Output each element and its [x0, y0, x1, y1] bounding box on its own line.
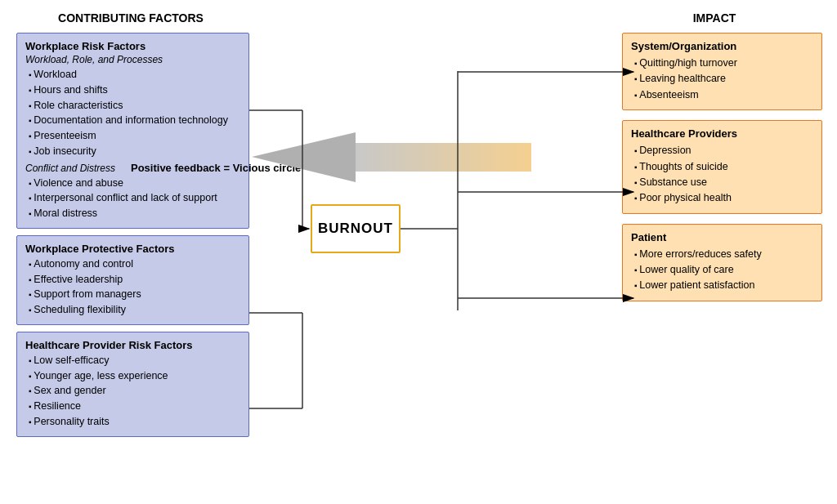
patient-list: More errors/reduces safety Lower quality…	[631, 247, 813, 294]
wrf-title: Workplace Risk Factors	[25, 40, 240, 52]
hprf-title: Healthcare Provider Risk Factors	[25, 339, 240, 351]
so-list: Quitting/high turnover Leaving healthcar…	[631, 56, 813, 103]
list-item: More errors/reduces safety	[634, 247, 813, 262]
patient-box: Patient More errors/reduces safety Lower…	[622, 224, 822, 301]
list-item: Sex and gender	[29, 383, 240, 399]
hp-list: Depression Thoughts of suicide Substance…	[631, 143, 813, 207]
hprf-list: Low self-efficacy Younger age, less expe…	[25, 353, 240, 430]
list-item: Lower quality of care	[634, 262, 813, 278]
list-item: Depression	[634, 143, 813, 158]
workplace-risk-factors-box: Workplace Risk Factors Workload, Role, a…	[16, 33, 249, 229]
right-boxes: System/Organization Quitting/high turnov…	[622, 33, 822, 301]
list-item: Quitting/high turnover	[634, 56, 813, 71]
list-item: Violence and abuse	[29, 176, 240, 191]
list-item: Moral distress	[29, 206, 240, 221]
list-item: Autonomy and control	[29, 256, 240, 272]
list-item: Resilience	[29, 399, 240, 414]
list-item: Leaving healthcare	[634, 71, 813, 87]
wrg-subtitle1: Workload, Role, and Processes	[25, 54, 240, 65]
list-item: Presenteeism	[29, 128, 240, 144]
diagram-container: CONTRIBUTING FACTORS IMPACT Workplace Ri…	[0, 0, 837, 504]
hp-title: Healthcare Providers	[631, 127, 813, 140]
list-item: Younger age, less experience	[29, 368, 240, 384]
list-item: Lower patient satisfaction	[634, 278, 813, 293]
wpf-list: Autonomy and control Effective leadershi…	[25, 256, 240, 318]
list-item: Low self-efficacy	[29, 353, 240, 368]
system-organization-box: System/Organization Quitting/high turnov…	[622, 33, 822, 110]
healthcare-provider-risk-factors-box: Healthcare Provider Risk Factors Low sel…	[16, 332, 249, 437]
list-item: Documentation and information technology	[29, 113, 240, 128]
list-item: Effective leadership	[29, 272, 240, 288]
list-item: Scheduling flexibility	[29, 302, 240, 318]
list-item: Role characteristics	[29, 98, 240, 114]
list-item: Job insecurity	[29, 144, 240, 159]
list-item: Hours and shifts	[29, 83, 240, 98]
list-item: Poor physical health	[634, 190, 813, 206]
feedback-arrowhead-left	[252, 132, 356, 182]
list-item: Thoughts of suicide	[634, 159, 813, 175]
feedback-arrow-body	[356, 143, 531, 172]
impact-header: IMPACT	[616, 11, 812, 25]
feedback-label: Positive feedback = Vicious circle	[131, 162, 301, 174]
workplace-protective-factors-box: Workplace Protective Factors Autonomy an…	[16, 235, 249, 325]
list-item: Support from managers	[29, 287, 240, 302]
list-item: Substance use	[634, 175, 813, 190]
contributing-factors-header: CONTRIBUTING FACTORS	[16, 11, 245, 25]
patient-title: Patient	[631, 231, 813, 243]
wrg-list1: Workload Hours and shifts Role character…	[25, 67, 240, 159]
burnout-label: BURNOUT	[318, 221, 393, 237]
list-item: Absenteeism	[634, 87, 813, 103]
list-item: Workload	[29, 67, 240, 83]
healthcare-providers-box: Healthcare Providers Depression Thoughts…	[622, 120, 822, 214]
wrg-list2: Violence and abuse Interpersonal conflic…	[25, 176, 240, 221]
so-title: System/Organization	[631, 40, 813, 52]
left-boxes: Workplace Risk Factors Workload, Role, a…	[16, 33, 249, 437]
wpf-title: Workplace Protective Factors	[25, 243, 240, 255]
burnout-box: BURNOUT	[311, 204, 401, 253]
list-item: Personality traits	[29, 414, 240, 430]
list-item: Interpersonal conflict and lack of suppo…	[29, 190, 240, 206]
